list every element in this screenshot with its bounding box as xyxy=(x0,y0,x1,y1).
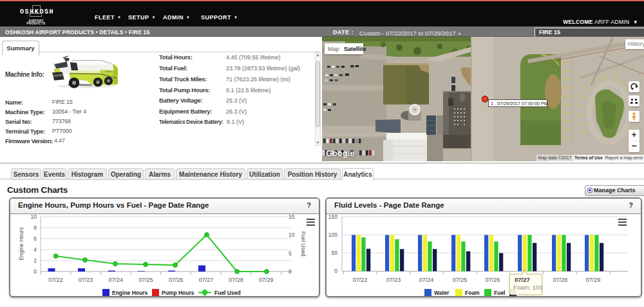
svg-text:Striker: Striker xyxy=(105,70,112,73)
svg-text:07/23: 07/23 xyxy=(386,277,401,283)
svg-text:0: 0 xyxy=(289,268,292,275)
svg-text:07/27: 07/27 xyxy=(515,276,530,283)
svg-text:8: 8 xyxy=(33,224,37,231)
svg-text:07/23: 07/23 xyxy=(79,277,93,283)
svg-text:07/25: 07/25 xyxy=(138,277,153,283)
svg-text:100: 100 xyxy=(328,232,337,238)
svg-text:07/24: 07/24 xyxy=(419,277,434,283)
svg-text:07/22: 07/22 xyxy=(353,277,368,283)
svg-text:Engine Hours: Engine Hours xyxy=(112,290,148,296)
svg-text:Pump Hours: Pump Hours xyxy=(162,290,194,296)
svg-text:150: 150 xyxy=(328,213,337,220)
svg-text:50: 50 xyxy=(332,250,338,256)
svg-text:Water: Water xyxy=(434,290,450,296)
svg-text:10: 10 xyxy=(289,232,295,238)
svg-text:0: 0 xyxy=(334,268,337,274)
svg-text:07/24: 07/24 xyxy=(109,277,124,283)
svg-text:15: 15 xyxy=(289,213,295,220)
svg-text:Foam: 100: Foam: 100 xyxy=(513,284,542,291)
svg-text:2: 2 xyxy=(33,257,37,264)
svg-text:07/22: 07/22 xyxy=(48,277,63,283)
svg-text:Fuel Used: Fuel Used xyxy=(300,232,307,257)
svg-text:Foam: Foam xyxy=(465,290,480,296)
svg-text:4: 4 xyxy=(33,246,37,253)
svg-text:07/29: 07/29 xyxy=(586,277,601,283)
svg-text:5: 5 xyxy=(289,250,292,257)
svg-text:07/26: 07/26 xyxy=(169,277,184,283)
svg-text:0: 0 xyxy=(33,268,37,275)
svg-text:6: 6 xyxy=(33,235,37,242)
svg-text:07/29: 07/29 xyxy=(259,277,274,283)
svg-text:Fuel: Fuel xyxy=(494,290,505,296)
svg-text:10: 10 xyxy=(31,213,37,220)
svg-text:07/25: 07/25 xyxy=(453,277,468,283)
svg-text:Fuel Used: Fuel Used xyxy=(214,290,241,296)
svg-text:07/27: 07/27 xyxy=(199,277,214,283)
svg-text:Engine Hours: Engine Hours xyxy=(18,227,24,261)
svg-text:07/26: 07/26 xyxy=(486,277,500,283)
svg-text:07/28: 07/28 xyxy=(229,277,243,283)
svg-text:07/28: 07/28 xyxy=(553,277,568,283)
